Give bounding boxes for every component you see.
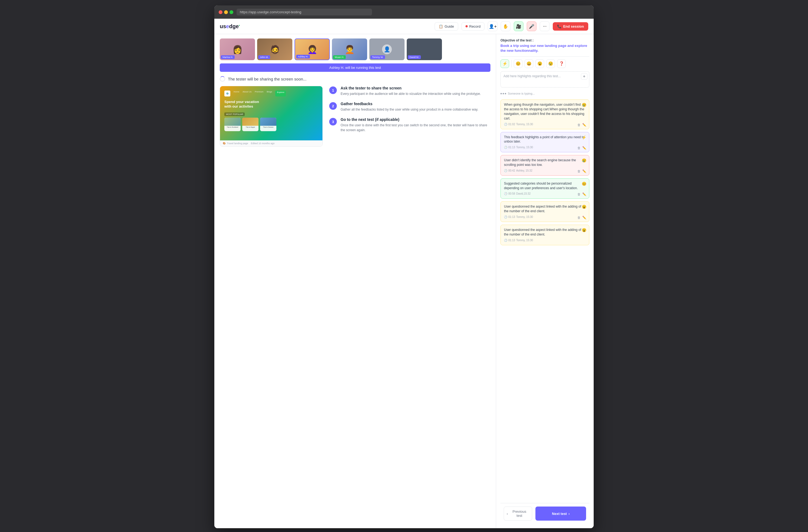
prototype-footer: 🎨 Travel landing page Edited 10 months a… <box>220 141 323 146</box>
guide-icon: 📋 <box>439 24 443 29</box>
prototype-card: Trip to Greece <box>260 117 276 131</box>
emoji-wow-button[interactable]: 😮 <box>535 59 544 68</box>
participant-name: Tommy W. <box>370 55 385 59</box>
figma-icon: 🎨 <box>223 142 226 145</box>
delete-feedback-button[interactable]: 🗑 <box>577 216 581 220</box>
feedback-card: User questionned the aspect linked with … <box>500 201 589 222</box>
hand-raise-button[interactable]: ✋ <box>501 21 511 31</box>
prototype-card: Trip to Scotland <box>224 117 241 131</box>
participant-thumb: David M. <box>407 38 442 60</box>
emoji-smile-button[interactable]: 😊 <box>514 59 522 68</box>
feedback-meta: 🕐 01:13 Tommy, 15:30 <box>504 215 586 219</box>
more-options-button[interactable]: ··· <box>540 21 550 31</box>
participant-name: Wuan H. <box>333 55 346 59</box>
feedback-actions: 🗑 ✏️ <box>577 123 586 127</box>
prototype-preview-inner: 🌍 Home About Us Premium Blogs Explore Sp… <box>220 86 323 141</box>
feedback-emoji: ⚡ <box>582 135 586 141</box>
step-number-2: 2 <box>329 102 337 110</box>
typing-indicator: Someone is typing... <box>500 91 589 96</box>
step-content-2: Gather feedbacks Gather all the feedback… <box>341 102 478 112</box>
feedback-text: User didn't identify the search engine b… <box>504 158 586 167</box>
feedback-actions: 🗑 ✏️ <box>577 146 586 150</box>
emoji-lightning-button[interactable]: ⚡ <box>500 59 509 68</box>
prototype-preview: 🌍 Home About Us Premium Blogs Explore Sp… <box>220 86 323 147</box>
step-item: 2 Gather feedbacks Gather all the feedba… <box>329 102 491 112</box>
clock-icon: 🕐 <box>504 192 507 196</box>
participant-thumb: 👤 Tommy W. <box>369 38 405 60</box>
clock-icon: 🕐 <box>504 169 507 172</box>
camera-button[interactable]: 🎥 <box>514 21 524 31</box>
ellipsis-icon: ··· <box>543 24 547 29</box>
feedback-meta: 🕐 01:13 Tommy, 15:30 <box>504 146 586 149</box>
emoji-sad-button[interactable]: 😢 <box>546 59 555 68</box>
feedback-emoji: 😮 <box>582 228 586 233</box>
feedback-actions: 🗑 ✏️ <box>577 216 586 220</box>
browser-window: https://app.usedge.com/concept-testing u… <box>214 5 594 528</box>
step-content-3: Go to the next test (if applicable) Once… <box>341 117 491 132</box>
main-layout: 👩 Marina H. 🧔 John M. 👩‍🦱 Ashley H. <box>214 34 594 528</box>
record-button[interactable]: Record <box>461 22 485 31</box>
feedback-card: This feedback highlights a point of atte… <box>500 132 589 152</box>
prototype-cards: Trip to Scotland Trip to Egypt Trip to G… <box>224 117 318 131</box>
close-button-icon[interactable] <box>219 10 222 14</box>
feedback-list: When going thourgh the navigation, user … <box>500 99 589 500</box>
feedback-actions: 🗑 ✏️ <box>577 169 586 173</box>
feedback-text: Suggested categories should be personnal… <box>504 181 586 190</box>
step-number-1: 1 <box>329 87 337 94</box>
highlight-input-area[interactable]: Add here highlights regarding this test.… <box>500 71 589 88</box>
add-highlight-button[interactable]: + <box>581 73 587 80</box>
emoji-bar: ⚡ 😊 😄 😮 😢 ❓ <box>500 56 589 68</box>
step-number-3: 3 <box>329 118 337 126</box>
edit-feedback-button[interactable]: ✏️ <box>582 216 586 220</box>
feedback-emoji: 😢 <box>582 158 586 163</box>
content-area: 🌍 Home About Us Premium Blogs Explore Sp… <box>220 86 491 147</box>
clock-icon: 🕐 <box>504 215 507 219</box>
delete-feedback-button[interactable]: 🗑 <box>577 123 581 127</box>
feedback-card: User questionned the aspect linked with … <box>500 225 589 245</box>
feedback-meta: 🕐 00:58 David,15:32 <box>504 192 586 196</box>
feedback-text: When going thourgh the navigation, user … <box>504 103 586 121</box>
camera-icon: 🎥 <box>516 24 521 29</box>
edit-feedback-button[interactable]: ✏️ <box>582 169 586 173</box>
avatar: 👤 <box>382 44 392 54</box>
clock-icon: 🕐 <box>504 238 507 242</box>
feedback-text: User questionned the aspect linked with … <box>504 228 586 237</box>
emoji-divider <box>511 60 512 68</box>
maximize-button-icon[interactable] <box>229 10 233 14</box>
delete-feedback-button[interactable]: 🗑 <box>577 192 581 196</box>
app-logo: usedge● <box>220 23 240 30</box>
delete-feedback-button[interactable]: 🗑 <box>577 169 581 173</box>
objective-section: Objective of the test : Book a trip usin… <box>500 38 589 53</box>
emoji-happy-button[interactable]: 😄 <box>525 59 533 68</box>
most-popular-label: MOST POPULAR <box>224 112 245 116</box>
prototype-nav: 🌍 Home About Us Premium Blogs Explore <box>224 91 318 96</box>
participants-row: 👩 Marina H. 🧔 John M. 👩‍🦱 Ashley H. <box>220 38 491 60</box>
record-dot-icon <box>465 25 468 27</box>
emoji-question-button[interactable]: ❓ <box>557 59 566 68</box>
minimize-button-icon[interactable] <box>224 10 228 14</box>
mic-button[interactable]: 🎤 <box>527 21 536 31</box>
edit-feedback-button[interactable]: ✏️ <box>582 123 586 127</box>
add-participant-button[interactable]: 👤+ <box>488 21 497 31</box>
prototype-logo: 🌍 <box>224 91 230 96</box>
edit-feedback-button[interactable]: ✏️ <box>582 146 586 150</box>
delete-feedback-button[interactable]: 🗑 <box>577 146 581 150</box>
previous-test-button[interactable]: ‹ Previous test <box>504 507 532 520</box>
navbar: usedge● 📋 Guide Record 👤+ ✋ 🎥 🎤 <box>214 19 594 34</box>
participant-thumb: 👩‍🦱 Ashley H. <box>295 38 330 60</box>
step-content-1: Ask the tester to share the screen Every… <box>341 86 481 96</box>
end-session-button[interactable]: 📞 End session <box>553 22 588 31</box>
next-test-button[interactable]: Next test › <box>535 507 586 520</box>
edit-feedback-button[interactable]: ✏️ <box>582 192 586 196</box>
participant-thumb: 🧔 John M. <box>257 38 292 60</box>
participant-thumb: 🧑‍🦱 Wuan H. <box>332 38 367 60</box>
clock-icon: 🕐 <box>504 146 507 149</box>
feedback-emoji: 😢 <box>582 103 586 108</box>
prototype-hero-text: Spend your vacation with our activites <box>224 100 318 109</box>
guide-button[interactable]: 📋 Guide <box>435 22 458 31</box>
feedback-card: Suggested categories should be personnal… <box>500 178 589 199</box>
participant-name: John M. <box>258 55 270 59</box>
steps-list: 1 Ask the tester to share the screen Eve… <box>329 86 491 147</box>
feedback-emoji: 😮 <box>582 204 586 210</box>
url-bar[interactable]: https://app.usedge.com/concept-testing <box>237 9 372 16</box>
